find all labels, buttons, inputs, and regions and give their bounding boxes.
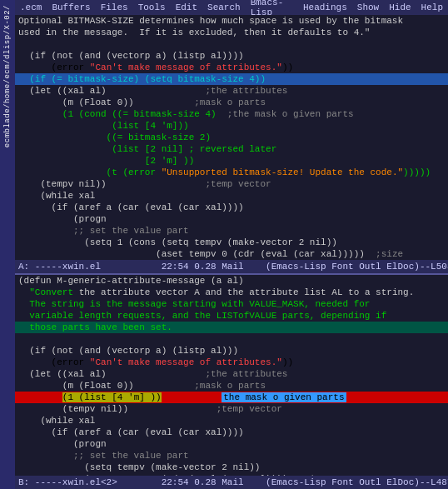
code-line-mixed: (1 (list [4 'm] )) the mask o given part… [15,392,448,403]
left-bar-path: ecmblade/home/ecm/dlisp/X-02/ [3,5,12,147]
status-bar-b-text: B: -----xwin.el<2> 22:54 0.28 Mail (Emac… [18,477,448,487]
status-bar-a-text: A: -----xwin.el 22:54 0.28 Mail (Emacs-L… [18,262,448,272]
code-line: (tempv nil)) ;temp vector [15,403,448,415]
code-line: (if (aref a (car (eval (car xal)))) [15,202,448,213]
menu-bar: .ecm Buffers Files Tools Edit Search Bma… [15,0,448,15]
code-line [15,38,448,50]
code-line: (list [2 nil] ; reversed later [15,143,448,155]
code-line: (aset tempv 0 (cdr (eval (car xal))))) ;… [15,248,448,260]
menu-help[interactable]: Help [420,2,445,12]
code-line: (progn [15,213,448,225]
top-code-pane[interactable]: Optional BITMASK-SIZE determines how muc… [15,15,448,260]
code-line: (if (not (and (vectorp a) (listp al)))) [15,50,448,62]
menu-show[interactable]: Show [356,2,381,12]
code-line: (defun M-generic-attribute-message (a al… [15,275,448,287]
code-line: (list [4 'm])) [15,120,448,132]
code-line: (t (error "Unsupported bitmask-size! Upd… [15,167,448,178]
code-line: (if (aref a (car (eval (car xal)))) [15,427,448,438]
code-line: (let ((xal al) ;the attributes [15,368,448,380]
menu-files[interactable]: Files [99,2,130,12]
menu-tools[interactable]: Tools [137,2,167,12]
code-line: (m (Float 0)) ;mask o parts [15,380,448,392]
code-line: ;; set the value part [15,450,448,462]
code-line: ((= bitmask-size 2) [15,132,448,143]
code-line: The string is the message starting with … [15,298,448,310]
code-line: (progn [15,438,448,450]
main-content: .ecm Buffers Files Tools Edit Search Bma… [15,0,448,489]
code-line-highlight: (if (= bitmask-size) (setq bitmask-size … [15,73,448,85]
menu-ecm[interactable]: .ecm [18,2,43,12]
bottom-code-pane[interactable]: (defun M-generic-attribute-message (a al… [15,275,448,476]
left-bar: ecmblade/home/ecm/dlisp/X-02/ [0,0,15,489]
code-line: (setq 1 (cons (setq tempv (make-vector 2… [15,237,448,248]
code-line: ;; set the value part [15,225,448,237]
code-line: (error "Can't make message of attributes… [15,357,448,368]
code-line: (while xal [15,415,448,427]
code-line: (1 (cond ((= bitmask-size 4) ;the mask o… [15,108,448,120]
menu-buffers[interactable]: Buffers [50,2,92,12]
code-line: (error "Can't make message of attributes… [15,62,448,73]
app: ecmblade/home/ecm/dlisp/X-02/ .ecm Buffe… [0,0,448,489]
code-line: (setq tempv (make-vector 2 nil)) [15,462,448,473]
menu-headings[interactable]: Headings [301,2,349,12]
status-bar-b: B: -----xwin.el<2> 22:54 0.28 Mail (Emac… [15,476,448,489]
code-line: [2 'm] )) [15,155,448,167]
code-line: "Convert the attribute vector A and the … [15,287,448,298]
code-line: (tempv nil)) ;temp vector [15,178,448,190]
menu-edit[interactable]: Edit [174,2,199,12]
code-line: (m (Float 0)) ;mask o parts [15,97,448,108]
code-line: (while xal [15,190,448,202]
code-line: (let ((xal al) ;the attributes [15,85,448,97]
menu-hide[interactable]: Hide [387,2,412,12]
code-line-highlight: those parts have been set. [15,322,448,333]
code-line: used in the message. If it is excluded, … [15,27,448,38]
code-line [15,333,448,345]
code-line: variable length requests, and the LISTof… [15,310,448,322]
menu-search[interactable]: Search [206,2,242,12]
code-line: (if (not (and (vectorp a) (listp al))) [15,345,448,357]
status-bar-a: A: -----xwin.el 22:54 0.28 Mail (Emacs-L… [15,260,448,273]
code-line: Optional BITMASK-SIZE determines how muc… [15,15,448,27]
